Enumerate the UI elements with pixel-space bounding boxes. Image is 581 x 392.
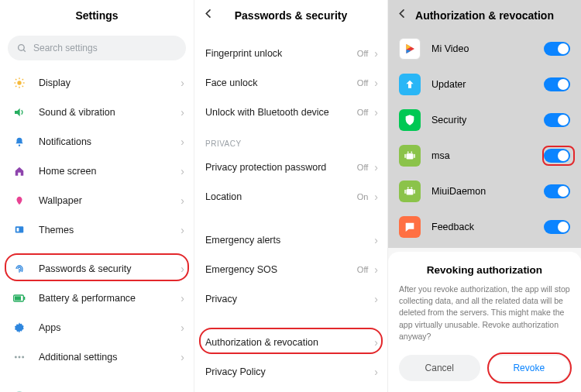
- shield-icon: [399, 109, 421, 131]
- item-label: Emergency alerts: [205, 235, 374, 246]
- item-value: Off: [357, 108, 368, 117]
- svg-rect-14: [17, 228, 19, 232]
- item-label: Privacy Policy: [205, 366, 374, 377]
- search-icon: [17, 43, 27, 53]
- back-button[interactable]: [396, 8, 408, 24]
- app-label: msa: [431, 150, 544, 161]
- back-button[interactable]: [202, 8, 215, 24]
- settings-item-passwords-security[interactable]: Passwords & security ›: [0, 254, 194, 284]
- svg-point-28: [411, 152, 412, 153]
- item-label: Privacy: [205, 294, 374, 304]
- item-label: Privacy protection password: [205, 162, 357, 173]
- settings-item-home-screen[interactable]: Home screen ›: [0, 156, 194, 186]
- dots-icon: [11, 349, 28, 366]
- toggle-switch[interactable]: [544, 184, 570, 198]
- item-label: Emergency SOS: [205, 264, 357, 275]
- toggle-switch[interactable]: [544, 77, 570, 91]
- svg-rect-31: [407, 189, 414, 195]
- chevron-right-icon: ›: [180, 224, 184, 236]
- page-title: Authorization & revocation: [415, 9, 554, 22]
- item-label: Location: [205, 191, 357, 202]
- chevron-right-icon: ›: [374, 366, 378, 378]
- security-item-face-unlock[interactable]: Face unlock Off ›: [194, 68, 387, 98]
- section-header-privacy: PRIVACY: [194, 127, 387, 153]
- item-label: Apps: [39, 322, 180, 333]
- security-item-emergency-alerts[interactable]: Emergency alerts ›: [194, 225, 387, 255]
- app-row-feedback: Feedback: [388, 209, 581, 245]
- chevron-right-icon: ›: [374, 234, 378, 246]
- header: Passwords & security: [194, 0, 387, 31]
- settings-item-sound-vibration[interactable]: Sound & vibration ›: [0, 98, 194, 127]
- security-item-authorization-revocation[interactable]: Authorization & revocation ›: [194, 328, 387, 357]
- battery-icon: [11, 290, 28, 307]
- item-label: Authorization & revocation: [205, 337, 374, 348]
- arrow-up-icon: [399, 74, 421, 95]
- item-value: Off: [357, 49, 368, 58]
- security-item-privacy[interactable]: Privacy ›: [194, 284, 387, 314]
- item-value: On: [357, 192, 369, 201]
- app-label: MiuiDaemon: [431, 186, 544, 197]
- toggle-switch[interactable]: [544, 220, 570, 234]
- app-label: Mi Video: [431, 43, 544, 54]
- chevron-right-icon: ›: [180, 77, 184, 89]
- item-label: Additional settings: [39, 352, 180, 363]
- svg-line-10: [22, 79, 23, 80]
- svg-point-21: [22, 356, 24, 359]
- security-item-privacy-protection-password[interactable]: Privacy protection password Off ›: [194, 153, 387, 182]
- svg-rect-13: [15, 226, 24, 232]
- chevron-right-icon: ›: [180, 322, 184, 334]
- chevron-right-icon: ›: [180, 106, 184, 119]
- toggle-switch[interactable]: [544, 113, 570, 127]
- cancel-button[interactable]: Cancel: [399, 355, 480, 381]
- chevron-right-icon: ›: [374, 77, 378, 89]
- security-item-privacy-policy[interactable]: Privacy Policy ›: [194, 357, 387, 387]
- app-label: Updater: [431, 79, 544, 90]
- svg-line-1: [23, 50, 26, 52]
- svg-point-32: [407, 187, 409, 189]
- svg-point-12: [19, 145, 20, 146]
- volume-icon: [11, 104, 28, 121]
- svg-line-7: [15, 79, 16, 80]
- settings-item-apps[interactable]: Apps ›: [0, 313, 194, 342]
- settings-item-wallpaper[interactable]: Wallpaper ›: [0, 186, 194, 215]
- svg-point-27: [407, 152, 409, 153]
- chevron-right-icon: ›: [180, 194, 184, 207]
- svg-point-2: [17, 81, 21, 84]
- chevron-right-icon: ›: [374, 263, 378, 276]
- settings-item-digital-wellbeing[interactable]: Digital Wellbeing ›: [0, 381, 194, 392]
- security-item-fingerprint-unlock[interactable]: Fingerprint unlock Off ›: [194, 39, 387, 68]
- chevron-right-icon: ›: [180, 351, 184, 363]
- search-input[interactable]: Search settings: [8, 36, 186, 60]
- item-label: Display: [39, 77, 180, 88]
- security-item-location[interactable]: Location On ›: [194, 182, 387, 211]
- chevron-right-icon: ›: [180, 263, 184, 275]
- toggle-switch[interactable]: [544, 149, 570, 163]
- toggle-switch[interactable]: [544, 42, 570, 56]
- svg-point-33: [411, 187, 412, 189]
- svg-point-19: [15, 356, 17, 359]
- chevron-right-icon: ›: [180, 136, 184, 148]
- item-label: Wallpaper: [39, 195, 180, 206]
- settings-item-display[interactable]: Display ›: [0, 68, 194, 98]
- app-row-mi-video: Mi Video: [388, 31, 581, 67]
- revoke-button[interactable]: Revoke: [488, 355, 571, 381]
- security-item-emergency-sos[interactable]: Emergency SOS Off ›: [194, 255, 387, 284]
- chevron-right-icon: ›: [374, 293, 378, 305]
- item-value: Off: [357, 163, 368, 172]
- dialog-title: Revoking authorization: [399, 264, 570, 276]
- settings-item-battery-performance[interactable]: Battery & performance ›: [0, 284, 194, 313]
- item-value: Off: [357, 78, 368, 88]
- header: Authorization & revocation: [388, 0, 581, 31]
- settings-item-additional-settings[interactable]: Additional settings ›: [0, 342, 194, 372]
- item-label: Themes: [39, 225, 180, 236]
- app-row-security: Security: [388, 102, 581, 138]
- chevron-right-icon: ›: [180, 165, 184, 177]
- svg-rect-26: [407, 153, 414, 160]
- item-value: Off: [357, 265, 368, 274]
- play-icon: [399, 38, 421, 60]
- chevron-right-icon: ›: [180, 292, 184, 304]
- settings-item-notifications[interactable]: Notifications ›: [0, 127, 194, 156]
- security-item-unlock-with-bluetooth-device[interactable]: Unlock with Bluetooth device Off ›: [194, 98, 387, 127]
- item-label: Fingerprint unlock: [205, 48, 357, 59]
- settings-item-themes[interactable]: Themes ›: [0, 215, 194, 245]
